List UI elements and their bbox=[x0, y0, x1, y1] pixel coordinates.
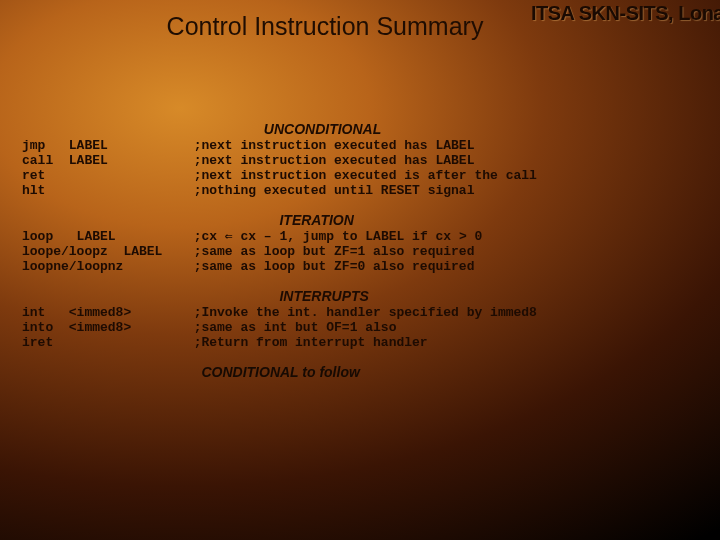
pad bbox=[22, 290, 279, 305]
code-line: ret ;next instruction executed is after … bbox=[22, 168, 537, 183]
pad bbox=[22, 123, 264, 138]
slide: ITSA SKN-SITS, Lona Control Instruction … bbox=[0, 0, 720, 540]
pad bbox=[22, 214, 279, 229]
code-line: hlt ;nothing executed until RESET signal bbox=[22, 183, 474, 198]
page-title: Control Instruction Summary bbox=[0, 12, 720, 41]
code-line: call LABEL ;next instruction executed ha… bbox=[22, 153, 474, 168]
code-line: loopne/loopnz ;same as loop but ZF=0 als… bbox=[22, 259, 474, 274]
section-header-iteration: ITERATION bbox=[279, 212, 353, 228]
code-line: loop LABEL ;cx ⇐ cx – 1, jump to LABEL i… bbox=[22, 229, 482, 244]
section-header-unconditional: UNCONDITIONAL bbox=[264, 121, 381, 137]
code-content: UNCONDITIONAL jmp LABEL ;next instructio… bbox=[22, 122, 702, 381]
code-line: jmp LABEL ;next instruction executed has… bbox=[22, 138, 474, 153]
code-line: loope/loopz LABEL ;same as loop but ZF=1… bbox=[22, 244, 474, 259]
code-line: into <immed8> ;same as int but OF=1 also bbox=[22, 320, 396, 335]
code-line: int <immed8> ;Invoke the int. handler sp… bbox=[22, 305, 537, 320]
pad bbox=[22, 366, 201, 381]
code-line: iret ;Return from interrupt handler bbox=[22, 335, 428, 350]
footer-note: CONDITIONAL to follow bbox=[201, 364, 359, 380]
section-header-interrupts: INTERRUPTS bbox=[279, 288, 368, 304]
